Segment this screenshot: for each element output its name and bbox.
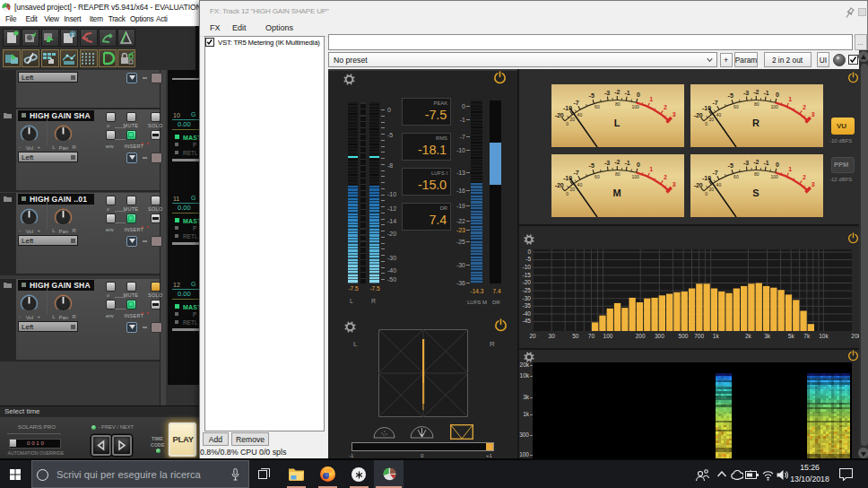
svg-text:80: 80 bbox=[754, 101, 760, 107]
svg-text:-20: -20 bbox=[555, 182, 564, 188]
svg-text:0: 0 bbox=[776, 161, 779, 168]
svg-text:0: 0 bbox=[637, 92, 640, 98]
svg-text:0: 0 bbox=[637, 161, 640, 168]
svg-text:0: 0 bbox=[705, 121, 707, 126]
svg-text:0: 0 bbox=[566, 191, 569, 196]
svg-text:2: 2 bbox=[664, 174, 667, 180]
svg-text:-2: -2 bbox=[614, 159, 620, 165]
svg-text:100: 100 bbox=[770, 104, 778, 109]
svg-text:80: 80 bbox=[615, 171, 621, 177]
svg-text:-2: -2 bbox=[614, 89, 620, 95]
svg-text:-5: -5 bbox=[728, 92, 733, 99]
svg-text:L: L bbox=[614, 118, 621, 128]
svg-text:20: 20 bbox=[570, 187, 576, 192]
svg-text:60: 60 bbox=[733, 104, 739, 109]
svg-text:-3: -3 bbox=[604, 90, 610, 96]
svg-text:3: 3 bbox=[812, 181, 815, 187]
svg-text:M: M bbox=[612, 187, 621, 198]
svg-text:-7: -7 bbox=[712, 100, 717, 106]
svg-text:-1: -1 bbox=[763, 90, 768, 96]
svg-text:20: 20 bbox=[709, 187, 715, 192]
svg-text:40: 40 bbox=[716, 182, 722, 187]
svg-text:40: 40 bbox=[577, 112, 583, 118]
svg-text:80: 80 bbox=[754, 171, 760, 177]
svg-text:60: 60 bbox=[595, 174, 600, 179]
svg-text:40: 40 bbox=[577, 182, 583, 187]
svg-text:-5: -5 bbox=[589, 162, 595, 169]
svg-text:1: 1 bbox=[788, 96, 792, 102]
svg-text:0: 0 bbox=[566, 121, 569, 126]
svg-text:2: 2 bbox=[803, 104, 806, 110]
svg-text:-2: -2 bbox=[753, 89, 759, 95]
svg-text:-3: -3 bbox=[743, 160, 749, 166]
svg-text:20: 20 bbox=[570, 117, 576, 122]
svg-text:60: 60 bbox=[595, 104, 600, 109]
svg-text:100: 100 bbox=[631, 174, 639, 179]
svg-text:-1: -1 bbox=[624, 160, 629, 166]
svg-text:1: 1 bbox=[788, 166, 792, 172]
svg-text:-5: -5 bbox=[589, 92, 595, 99]
svg-text:-20: -20 bbox=[694, 112, 703, 118]
svg-text:80: 80 bbox=[615, 101, 621, 107]
svg-text:S: S bbox=[752, 187, 759, 198]
svg-text:-7: -7 bbox=[712, 170, 717, 176]
svg-text:R: R bbox=[752, 118, 760, 128]
svg-text:0: 0 bbox=[776, 92, 779, 98]
svg-text:-3: -3 bbox=[604, 160, 610, 166]
svg-text:3: 3 bbox=[812, 111, 815, 118]
svg-text:-1: -1 bbox=[624, 90, 629, 96]
svg-text:3: 3 bbox=[673, 181, 676, 187]
svg-text:100: 100 bbox=[770, 174, 778, 179]
svg-text:-7: -7 bbox=[573, 100, 578, 106]
svg-text:-1: -1 bbox=[763, 160, 768, 166]
svg-text:-20: -20 bbox=[694, 182, 703, 188]
svg-text:40: 40 bbox=[716, 112, 722, 118]
svg-text:1: 1 bbox=[649, 166, 653, 172]
svg-text:-2: -2 bbox=[753, 159, 759, 165]
svg-text:2: 2 bbox=[664, 104, 667, 110]
svg-text:3: 3 bbox=[673, 111, 676, 118]
svg-text:0: 0 bbox=[705, 191, 707, 196]
svg-text:1: 1 bbox=[649, 96, 653, 102]
svg-text:2: 2 bbox=[803, 174, 806, 180]
svg-text:-3: -3 bbox=[743, 90, 749, 96]
svg-text:-7: -7 bbox=[573, 170, 578, 176]
svg-text:-5: -5 bbox=[728, 162, 733, 169]
svg-text:60: 60 bbox=[733, 174, 739, 179]
svg-text:100: 100 bbox=[631, 104, 639, 109]
svg-text:20: 20 bbox=[709, 117, 715, 122]
svg-text:-20: -20 bbox=[555, 112, 564, 118]
